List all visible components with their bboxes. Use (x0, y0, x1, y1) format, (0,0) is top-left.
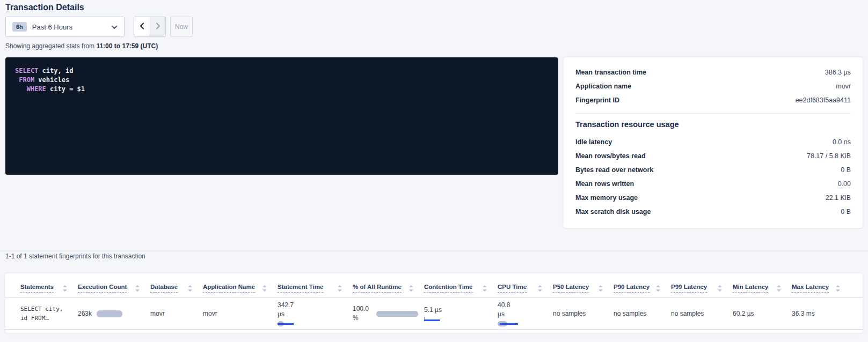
section-divider (0, 250, 868, 250)
column-header-label: Database (150, 284, 178, 293)
chevron-down-icon (111, 22, 118, 32)
column-header-label: Contention Time (424, 284, 473, 293)
cpu-time-bar (498, 321, 519, 326)
aggregated-stats-caption: Showing aggregated stats from 11:00 to 1… (5, 42, 158, 50)
statement-row[interactable]: SELECT city, id FROM… 263k movr movr 342… (5, 298, 863, 330)
sort-arrows-icon[interactable] (538, 285, 542, 292)
column-header-label: Min Latency (733, 284, 768, 293)
statements-table: StatementsExecution CountDatabaseApplica… (5, 273, 863, 333)
fingerprints-caption: 1-1 of 1 statement fingerprints for this… (5, 252, 145, 260)
column-header-execution-count[interactable]: Execution Count (78, 284, 150, 293)
summary-rows: Mean transaction time386.3 µsApplication… (575, 65, 851, 107)
execution-count-bar (97, 310, 122, 317)
column-header-label: P99 Latency (671, 284, 707, 293)
column-header-label: P90 Latency (614, 284, 650, 293)
sort-arrows-icon[interactable] (718, 285, 722, 292)
column-header-label: Application Name (203, 284, 255, 293)
sql-statement-box: SELECT city, id FROM vehicles WHERE city… (5, 57, 558, 175)
column-header-contention-time[interactable]: Contention Time (424, 284, 498, 293)
time-range-dropdown[interactable]: 6h Past 6 Hours (5, 17, 125, 37)
column-header-max-latency[interactable]: Max Latency (792, 284, 851, 293)
column-header-database[interactable]: Database (150, 284, 203, 293)
summary-row: Mean transaction time386.3 µs (575, 65, 851, 79)
pct-runtime-bar (376, 311, 418, 317)
summary-value: 386.3 µs (825, 69, 851, 76)
column-header--of-all-runtime[interactable]: % of All Runtime (353, 284, 424, 293)
column-header-label: CPU Time (498, 284, 527, 293)
sql-code: SELECT city, id FROM vehicles WHERE city… (15, 66, 549, 94)
statement-cell[interactable]: SELECT city, id FROM… (20, 304, 78, 323)
column-header-cpu-time[interactable]: CPU Time (498, 284, 553, 293)
summary-value: 22.1 KiB (826, 194, 851, 202)
column-header-label: Statements (20, 284, 54, 293)
summary-row: Bytes read over network0 B (575, 163, 851, 177)
summary-label: Mean transaction time (575, 69, 646, 76)
sort-arrows-icon[interactable] (262, 285, 267, 292)
time-range-badge: 6h (12, 22, 27, 32)
summary-label: Bytes read over network (575, 166, 653, 174)
time-nav-group (134, 17, 166, 37)
resource-usage-title: Transaction resource usage (575, 120, 851, 129)
sort-arrows-icon[interactable] (836, 285, 840, 292)
summary-label: Max scratch disk usage (575, 208, 651, 215)
summary-value: 78.17 / 5.8 KiB (807, 152, 851, 160)
chevron-right-icon (155, 22, 161, 32)
time-range-label: Past 6 Hours (32, 23, 106, 31)
sort-arrows-icon[interactable] (63, 285, 67, 292)
summary-row: Mean rows written0.00 (575, 177, 851, 191)
statement-link: SELECT city, id FROM… (20, 304, 63, 323)
pct-runtime-cell: 100.0 % (353, 304, 424, 323)
summary-value: 0 B (841, 166, 851, 174)
summary-row: Idle latency0.0 ns (575, 135, 851, 149)
column-header-min-latency[interactable]: Min Latency (733, 284, 792, 293)
prev-time-button[interactable] (134, 17, 150, 36)
column-header-label: % of All Runtime (353, 284, 402, 293)
summary-row: Application namemovr (575, 79, 851, 93)
database-cell: movr (150, 310, 203, 317)
summary-label: Application name (575, 83, 631, 90)
p90-latency-cell: no samples (614, 310, 671, 317)
sort-arrows-icon[interactable] (656, 285, 660, 292)
contention-time-cell: 5.1 µs (424, 306, 498, 322)
column-header-p99-latency[interactable]: P99 Latency (671, 284, 733, 293)
column-header-p90-latency[interactable]: P90 Latency (614, 284, 671, 293)
time-controls: 6h Past 6 Hours Now (5, 17, 193, 37)
summary-label: Fingerprint ID (575, 96, 619, 104)
summary-row: Mean rows/bytes read78.17 / 5.8 KiB (575, 149, 851, 163)
column-header-label: P50 Latency (553, 284, 589, 293)
summary-label: Mean rows written (575, 180, 634, 188)
now-button[interactable]: Now (170, 17, 193, 37)
sort-arrows-icon[interactable] (409, 285, 413, 292)
summary-divider (575, 113, 851, 114)
sort-arrows-icon[interactable] (338, 285, 342, 292)
summary-label: Max memory usage (575, 194, 638, 202)
sort-arrows-icon[interactable] (483, 285, 487, 292)
chevron-left-icon (139, 22, 145, 32)
column-header-statement-time[interactable]: Statement Time (278, 284, 353, 293)
column-header-application-name[interactable]: Application Name (203, 284, 278, 293)
sort-arrows-icon[interactable] (777, 285, 781, 292)
min-latency-cell: 60.2 µs (733, 310, 792, 317)
column-header-label: Max Latency (792, 284, 829, 293)
summary-value: 0 B (841, 208, 851, 215)
next-time-button[interactable] (150, 17, 165, 36)
summary-value: 0.00 (838, 180, 851, 188)
cpu-time-cell: 40.8 µs (498, 301, 553, 326)
sort-arrows-icon[interactable] (135, 285, 140, 292)
column-header-statements[interactable]: Statements (20, 284, 78, 293)
summary-row: Fingerprint IDee2df683f5aa9411 (575, 93, 851, 107)
sort-arrows-icon[interactable] (599, 285, 603, 292)
summary-value: movr (836, 83, 851, 90)
summary-value: 0.0 ns (833, 138, 851, 146)
summary-row: Max memory usage22.1 KiB (575, 191, 851, 205)
column-header-p50-latency[interactable]: P50 Latency (553, 284, 614, 293)
column-header-label: Execution Count (78, 284, 127, 293)
stats-time-range: 11:00 to 17:59 (UTC) (96, 42, 158, 50)
statement-time-cell: 342.7 µs (278, 301, 353, 326)
p50-latency-cell: no samples (553, 310, 614, 317)
contention-time-bar (424, 317, 442, 322)
sort-arrows-icon[interactable] (188, 285, 192, 292)
p99-latency-cell: no samples (671, 310, 733, 317)
statement-time-bar (278, 321, 299, 326)
summary-value: ee2df683f5aa9411 (796, 96, 851, 104)
